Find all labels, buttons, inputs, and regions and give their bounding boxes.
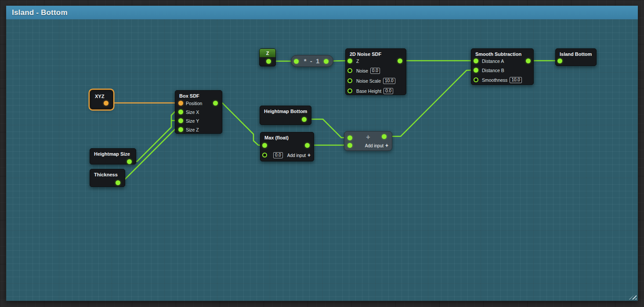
- node-multiply-neg1[interactable]: * - 1: [291, 55, 333, 67]
- port-max-extra-input[interactable]: [262, 153, 267, 157]
- port-label-noise-scale: Noise Scale: [356, 78, 381, 84]
- node-heightmap-size-title: Heightmap Size: [90, 149, 136, 157]
- port-box-output[interactable]: [213, 101, 218, 106]
- port-label-size-z: Size Z: [186, 127, 199, 132]
- port-noise-sdf-output[interactable]: [398, 58, 402, 63]
- port-box-position-input[interactable]: [178, 101, 183, 106]
- port-heightmap-size-output[interactable]: [127, 159, 132, 164]
- port-label-distance-b: Distance B: [482, 68, 504, 73]
- node-island-bottom[interactable]: Island Bottom: [555, 48, 597, 66]
- graph-title-bar[interactable]: Island - Bottom: [6, 6, 638, 19]
- port-multiply-output[interactable]: [324, 59, 329, 64]
- max-add-input-label: Add input: [287, 153, 306, 158]
- node-box-sdf[interactable]: Box SDF Position Size X Size Y Size Z: [175, 90, 222, 134]
- port-smoothness-input[interactable]: [474, 77, 478, 82]
- resize-handle-icon[interactable]: [629, 293, 637, 300]
- port-label-position: Position: [186, 101, 202, 106]
- port-label-size-x: Size X: [186, 110, 199, 115]
- node-z[interactable]: Z: [259, 48, 276, 66]
- node-2d-noise-sdf[interactable]: 2D Noise SDF Z Noise 0.0 Noise Scale 10.…: [345, 48, 406, 95]
- node-heightmap-size[interactable]: Heightmap Size: [90, 148, 136, 164]
- noise-value-field[interactable]: 0.0: [370, 68, 380, 74]
- node-box-sdf-title: Box SDF: [175, 91, 222, 99]
- node-add[interactable]: + Add input+: [344, 131, 392, 151]
- add-add-input-button[interactable]: Add input+: [365, 143, 388, 149]
- port-label-noise: Noise: [356, 68, 368, 73]
- graph-title: Island - Bottom: [12, 8, 68, 17]
- node-xyz[interactable]: XYZ: [90, 91, 112, 109]
- node-smooth-subtraction[interactable]: Smooth Subtraction Distance A Distance B…: [471, 48, 534, 85]
- port-label-z: Z: [356, 58, 359, 64]
- port-box-size-z-input[interactable]: [178, 127, 183, 132]
- port-add-output[interactable]: [382, 134, 387, 139]
- port-noise-z-input[interactable]: [347, 58, 352, 63]
- port-max-input[interactable]: [262, 143, 267, 148]
- node-smooth-subtraction-title: Smooth Subtraction: [471, 49, 533, 57]
- port-add-input-2[interactable]: [347, 143, 352, 148]
- port-noise-scale-input[interactable]: [347, 78, 352, 83]
- node-thickness-title: Thickness: [90, 169, 125, 177]
- node-graph-app: { "window": { "title": "Island - Bottom"…: [0, 0, 644, 307]
- node-island-bottom-title: Island Bottom: [556, 49, 596, 57]
- port-multiply-input[interactable]: [294, 59, 299, 64]
- smoothness-value-field[interactable]: 10.0: [510, 77, 521, 83]
- node-max-float-title: Max (float): [260, 132, 314, 140]
- noise-scale-value-field[interactable]: 10.0: [383, 78, 395, 84]
- node-heightmap-bottom[interactable]: Heightmap Bottom: [260, 106, 311, 125]
- port-label-distance-a: Distance A: [482, 58, 504, 64]
- port-distance-b-input[interactable]: [474, 68, 478, 73]
- port-add-input-1[interactable]: [347, 135, 352, 140]
- port-heightmap-bottom-output[interactable]: [302, 117, 307, 122]
- port-max-output[interactable]: [305, 143, 310, 148]
- port-distance-a-input[interactable]: [474, 58, 478, 63]
- node-2d-noise-sdf-title: 2D Noise SDF: [346, 49, 406, 57]
- node-thickness[interactable]: Thickness: [90, 169, 125, 187]
- port-island-bottom-input[interactable]: [557, 58, 562, 63]
- max-value-field[interactable]: 0.0: [273, 152, 283, 158]
- max-add-input-button[interactable]: Add input +: [287, 152, 311, 158]
- node-max-float[interactable]: Max (float) 0.0 Add input +: [260, 132, 314, 161]
- port-smooth-subtraction-output[interactable]: [526, 58, 531, 63]
- port-label-smoothness: Smoothness: [482, 77, 507, 83]
- port-box-size-y-input[interactable]: [178, 118, 183, 123]
- port-thickness-output[interactable]: [116, 180, 120, 185]
- plus-icon: +: [308, 152, 311, 158]
- node-xyz-title: XYZ: [91, 91, 112, 99]
- port-base-height-input[interactable]: [347, 88, 352, 93]
- base-height-value-field[interactable]: 0.0: [384, 88, 393, 94]
- node-z-title: Z: [260, 49, 275, 57]
- port-box-size-x-input[interactable]: [178, 110, 183, 114]
- node-heightmap-bottom-title: Heightmap Bottom: [260, 106, 311, 114]
- port-noise-input[interactable]: [347, 68, 352, 73]
- port-xyz-output[interactable]: [104, 101, 109, 106]
- port-label-base-height: Base Height: [356, 88, 381, 94]
- port-label-size-y: Size Y: [186, 118, 199, 124]
- add-add-input-label: Add input: [365, 143, 384, 148]
- port-z-output[interactable]: [266, 59, 271, 64]
- plus-icon: +: [385, 143, 388, 149]
